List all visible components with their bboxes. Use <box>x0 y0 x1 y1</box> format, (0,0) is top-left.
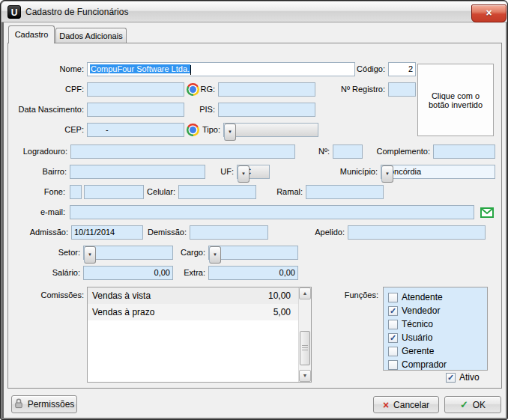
cancel-x-icon: × <box>383 401 389 410</box>
fone-label: Fone: <box>1 185 65 199</box>
funcao-label: Usuário <box>402 332 432 343</box>
tipo-value <box>224 124 318 136</box>
funcoes-label: Funções: <box>294 288 378 302</box>
extra-input[interactable]: 0,00 <box>208 266 298 280</box>
funcao-vendedor[interactable]: ✓ Vendedor <box>384 304 487 317</box>
data-nascimento-label: Data Nascimento: <box>1 103 84 117</box>
checkbox-ativo[interactable]: ✓ <box>446 373 456 383</box>
cargo-label: Cargo: <box>123 246 205 260</box>
ok-button[interactable]: ✓ OK <box>444 396 501 413</box>
ok-label: OK <box>473 400 486 410</box>
tab-cadastro[interactable]: Cadastro <box>8 25 55 43</box>
pis-input[interactable] <box>218 103 315 117</box>
chevron-down-icon[interactable]: ▼ <box>238 165 250 183</box>
funcao-comprador[interactable]: Comprador <box>384 358 487 371</box>
scroll-down-icon[interactable]: ▼ <box>299 370 311 382</box>
permissoes-label: Permissões <box>28 399 75 410</box>
uf-select[interactable]: SC ▼ <box>237 165 270 179</box>
cadastro-funcionarios-dialog: U Cadastro de Funcionários × Cadastro Da… <box>0 0 508 420</box>
checkbox-usuario[interactable]: ✓ <box>388 333 398 343</box>
cpf-label: CPF: <box>1 82 84 97</box>
cargo-select[interactable]: ▼ <box>208 246 298 260</box>
num-registro-input[interactable] <box>388 82 416 97</box>
cargo-value <box>209 246 297 259</box>
num-registro-label: Nº Registro: <box>303 82 385 97</box>
lock-icon <box>14 398 23 411</box>
chevron-down-icon[interactable]: ▼ <box>381 165 393 183</box>
comissao-nome: Vendas à prazo <box>92 304 154 320</box>
funcao-tecnico[interactable]: Técnico <box>384 317 487 331</box>
close-button[interactable]: × <box>471 4 507 22</box>
check-icon: ✓ <box>390 306 396 315</box>
cancel-button[interactable]: × Cancelar <box>373 396 439 413</box>
comissoes-label: Comissões: <box>1 288 84 302</box>
funcao-label: Atendente <box>402 292 443 302</box>
fone-ddd-input[interactable] <box>70 185 82 199</box>
complemento-input[interactable] <box>433 144 495 159</box>
permissoes-button[interactable]: Permissões <box>11 395 77 413</box>
complemento-label: Complemento: <box>348 144 430 159</box>
scroll-thumb[interactable] <box>300 331 310 365</box>
nome-value: CompuFour Software Ltda. <box>90 64 190 73</box>
cancel-label: Cancelar <box>393 400 429 410</box>
tipo-select[interactable]: ▼ <box>223 123 318 137</box>
admissao-label: Admissão: <box>1 225 68 240</box>
photo-placeholder[interactable]: Clique com o botão invertido <box>417 64 494 136</box>
ramal-label: Ramal: <box>220 185 303 199</box>
municipio-select[interactable]: Concórdia ▼ <box>381 165 495 179</box>
chevron-down-icon[interactable]: ▼ <box>224 124 236 141</box>
funcao-label: Comprador <box>402 359 447 370</box>
numero-label: Nº: <box>247 144 330 159</box>
rg-label: RG: <box>133 82 215 97</box>
logradouro-label: Logradouro: <box>1 144 67 159</box>
email-input[interactable] <box>70 205 474 219</box>
funcao-atendente[interactable]: Atendente <box>384 290 487 304</box>
funcao-gerente[interactable]: Gerente <box>384 344 487 358</box>
ativo-label: Ativo <box>459 372 480 383</box>
apelido-input[interactable] <box>348 225 486 240</box>
checkbox-vendedor[interactable]: ✓ <box>388 306 398 316</box>
demissao-label: Demissão: <box>104 225 187 240</box>
nome-label: Nome: <box>1 62 84 76</box>
funcoes-list: Atendente ✓ Vendedor Técnico ✓ Usuário G… <box>383 287 488 371</box>
check-icon: ✓ <box>390 333 396 342</box>
pis-label: PIS: <box>133 103 215 117</box>
check-icon: ✓ <box>447 373 454 382</box>
comissoes-list[interactable]: Vendas à vista 10,00 Vendas à prazo 5,00… <box>87 287 312 383</box>
comissao-valor: 5,00 <box>273 304 291 320</box>
app-icon-glyph: U <box>11 7 18 18</box>
checkbox-comprador[interactable] <box>388 360 398 370</box>
funcao-usuario[interactable]: ✓ Usuário <box>384 331 487 344</box>
checkbox-atendente[interactable] <box>388 293 398 302</box>
title-bar[interactable]: U Cadastro de Funcionários × <box>1 1 507 22</box>
app-icon: U <box>7 5 21 19</box>
extra-value: 0,00 <box>279 268 295 277</box>
ativo-row[interactable]: ✓ Ativo <box>446 372 480 383</box>
comissao-valor: 10,00 <box>268 287 291 304</box>
send-email-icon[interactable] <box>480 207 494 221</box>
ok-check-icon: ✓ <box>460 401 468 410</box>
codigo-value: 2 <box>408 64 413 73</box>
chevron-down-icon[interactable]: ▼ <box>84 246 96 264</box>
ramal-input[interactable] <box>306 185 384 199</box>
text-caret <box>190 65 191 75</box>
uf-label: UF: <box>151 165 234 179</box>
chevron-down-icon[interactable]: ▼ <box>209 246 221 264</box>
celular-label: Celular: <box>93 185 175 199</box>
bairro-label: Bairro: <box>1 165 67 179</box>
tipo-label: Tipo: <box>138 123 220 137</box>
window-title: Cadastro de Funcionários <box>25 7 128 17</box>
setor-label: Setor: <box>1 246 80 260</box>
list-item[interactable]: Vendas à prazo 5,00 <box>88 304 298 320</box>
rg-input[interactable] <box>218 82 315 97</box>
codigo-input[interactable]: 2 <box>388 62 416 76</box>
cep-mask: - <box>106 125 109 134</box>
cep-label: CEP: <box>1 123 84 137</box>
demissao-input[interactable] <box>190 225 268 240</box>
apelido-label: Apelido: <box>262 225 345 240</box>
checkbox-gerente[interactable] <box>388 347 398 356</box>
close-icon: × <box>486 7 492 19</box>
tab-dados-adicionais[interactable]: Dados Adicionais <box>55 28 127 43</box>
list-item[interactable]: Vendas à vista 10,00 <box>88 287 298 304</box>
checkbox-tecnico[interactable] <box>388 320 398 329</box>
